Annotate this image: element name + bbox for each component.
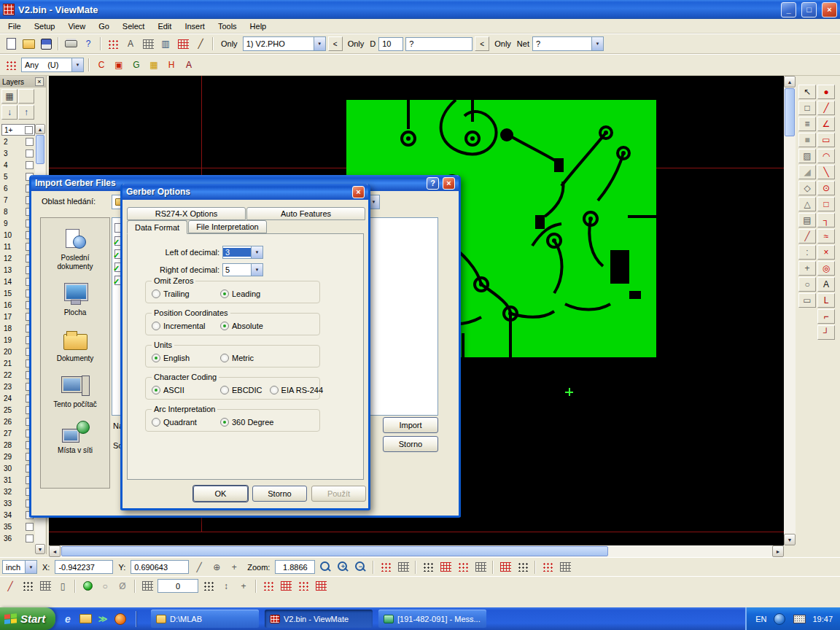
- ok-button[interactable]: OK: [193, 486, 248, 502]
- taskbar-button[interactable]: V2.bin - ViewMate: [265, 610, 373, 628]
- circle-draw-tool-icon[interactable]: ⊙: [817, 181, 835, 195]
- backslash-tool-icon[interactable]: ╲: [817, 165, 835, 179]
- chevron-down-icon[interactable]: [314, 37, 325, 50]
- radio-button[interactable]: [152, 354, 160, 362]
- radio-ebcdic[interactable]: EBCDIC: [220, 386, 262, 394]
- unit-combo[interactable]: inch: [2, 560, 37, 574]
- radio-360-degree[interactable]: 360 Degree: [220, 418, 274, 427]
- maximize-button[interactable]: □: [801, 2, 817, 18]
- menu-view[interactable]: View: [61, 20, 92, 33]
- taskbar-button[interactable]: [191-482-091] - Mess...: [378, 610, 486, 628]
- menu-select[interactable]: Select: [116, 20, 152, 33]
- tab-data-format[interactable]: Data Format: [127, 220, 187, 234]
- radio-ascii[interactable]: ASCII: [152, 386, 213, 394]
- layer-row[interactable]: 36: [1, 532, 35, 544]
- film-neg-icon[interactable]: [515, 560, 531, 575]
- save-icon[interactable]: [38, 36, 54, 51]
- menu-help[interactable]: Help: [244, 20, 273, 33]
- rotation-field[interactable]: 0: [158, 579, 198, 593]
- layer-row[interactable]: 35: [1, 521, 35, 532]
- move-tool-icon[interactable]: +: [798, 261, 816, 276]
- cancel-button[interactable]: Storno: [383, 436, 438, 452]
- zoom-in-icon[interactable]: +: [335, 560, 351, 575]
- radio-button[interactable]: [220, 386, 229, 394]
- layer-visibility-checkbox[interactable]: [26, 523, 34, 531]
- scroll-down-icon[interactable]: [784, 534, 796, 545]
- circle-select-icon[interactable]: C: [93, 58, 109, 72]
- prev-dcode-button[interactable]: <: [475, 36, 489, 51]
- radio-leading[interactable]: Leading: [220, 289, 260, 298]
- text-marks-icon[interactable]: A: [122, 36, 139, 51]
- text-draw-tool-icon[interactable]: A: [817, 277, 835, 292]
- text-select-icon[interactable]: A: [181, 58, 197, 72]
- only-d-label[interactable]: Only: [348, 39, 365, 48]
- open-file-icon[interactable]: [20, 36, 36, 51]
- menu-go[interactable]: Go: [92, 20, 116, 33]
- step-repeat-icon[interactable]: [20, 579, 36, 594]
- layer-visibility-checkbox[interactable]: [25, 126, 33, 134]
- zoom-window-icon[interactable]: [317, 560, 333, 575]
- filled-square-tool-icon[interactable]: ■: [798, 133, 816, 147]
- new-file-icon[interactable]: [3, 36, 19, 51]
- layer-visibility-checkbox[interactable]: [26, 149, 34, 158]
- zoom-out-icon[interactable]: −: [352, 560, 368, 575]
- bar-tool-icon[interactable]: ▭: [798, 293, 816, 308]
- tab-auto-features[interactable]: Auto Features: [246, 207, 365, 220]
- help-pointer-icon[interactable]: ?: [80, 36, 96, 51]
- route-corner-tool-icon[interactable]: ┐: [817, 213, 835, 228]
- radio-button[interactable]: [152, 322, 160, 330]
- layer-blank-icon[interactable]: [18, 89, 34, 104]
- layer-row[interactable]: 2: [1, 136, 35, 147]
- layer-visibility-checkbox[interactable]: [26, 161, 34, 169]
- hatch-square-tool-icon[interactable]: ▨: [798, 149, 816, 163]
- radio-button[interactable]: [220, 289, 229, 298]
- minimize-button[interactable]: _: [781, 2, 796, 18]
- zoom-value-field[interactable]: 1.8866: [275, 560, 315, 574]
- ruler-corner-tool-icon[interactable]: ⌐: [817, 309, 835, 324]
- print-icon[interactable]: [63, 36, 79, 51]
- dcode-input[interactable]: 10: [378, 37, 403, 51]
- ring-tool-icon[interactable]: ○: [798, 277, 816, 292]
- scroll-down-icon[interactable]: [35, 544, 45, 554]
- start-button[interactable]: Start: [0, 607, 55, 630]
- x-coordinate-field[interactable]: -0.942237: [55, 560, 113, 574]
- import-button[interactable]: Import: [383, 417, 438, 433]
- draw-pen-icon[interactable]: ╱: [192, 36, 209, 51]
- mirror-icon[interactable]: ▯: [55, 579, 71, 594]
- datum-point-icon[interactable]: +: [236, 579, 252, 594]
- radio-button[interactable]: [152, 289, 160, 298]
- language-indicator[interactable]: EN: [755, 615, 766, 623]
- scroll-up-icon[interactable]: [35, 124, 45, 134]
- menu-edit[interactable]: Edit: [151, 20, 178, 33]
- trace-outline-icon[interactable]: [472, 560, 489, 575]
- radio-button[interactable]: [152, 386, 160, 394]
- origin-icon[interactable]: ⊕: [209, 560, 225, 575]
- apply-button[interactable]: Použít: [311, 486, 366, 502]
- flash-red-icon[interactable]: [260, 579, 276, 594]
- vertical-scrollbar[interactable]: [784, 76, 796, 545]
- keyboard-layout-icon[interactable]: [791, 612, 807, 626]
- h-select-icon[interactable]: H: [163, 58, 179, 72]
- measure-grid-icon[interactable]: [140, 36, 156, 51]
- layer-row[interactable]: 3: [1, 147, 35, 159]
- slash-tool-icon[interactable]: ╱: [798, 229, 816, 244]
- layer-row[interactable]: 4: [1, 159, 35, 171]
- clock[interactable]: 19:47: [812, 615, 833, 623]
- radio-button[interactable]: [220, 354, 229, 362]
- flash-red2-icon[interactable]: [295, 579, 311, 594]
- hide-tray-icons-icon[interactable]: [771, 612, 788, 626]
- pad-fill-icon[interactable]: [420, 560, 436, 575]
- right-decimal-combo[interactable]: 5: [222, 263, 263, 276]
- zoom-box-tool-icon[interactable]: □: [798, 101, 816, 115]
- target-tool-icon[interactable]: ◎: [817, 261, 835, 276]
- radio-button[interactable]: [220, 418, 229, 427]
- layer-move-up-icon[interactable]: ↑: [18, 105, 34, 120]
- wave-tool-icon[interactable]: ≈: [817, 229, 835, 244]
- close-button[interactable]: ×: [443, 177, 455, 190]
- net-combo[interactable]: ?: [532, 36, 604, 51]
- place-network[interactable]: Místa v síti: [44, 419, 106, 455]
- pad-flash-tool-icon[interactable]: ●: [817, 85, 835, 99]
- red-grid-icon[interactable]: [175, 36, 191, 51]
- snap-grid-icon[interactable]: [201, 579, 217, 594]
- arc-draw-tool-icon[interactable]: ◠: [817, 149, 835, 163]
